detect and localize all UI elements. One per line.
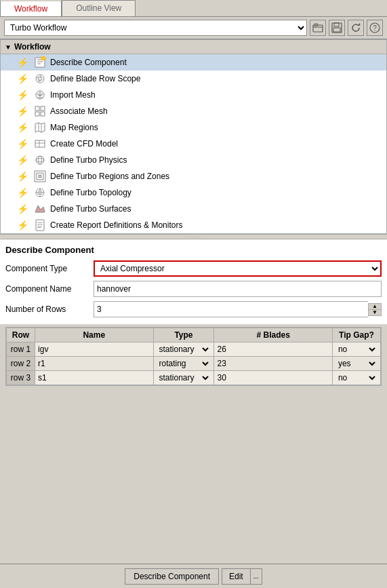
workflow-item-report[interactable]: ⚡ Create Report Definitions & Monitors	[1, 217, 386, 233]
row2-blades-input[interactable]	[217, 359, 329, 368]
row1-name-input[interactable]	[38, 345, 150, 354]
workflow-item-label-topology: Define Turbo Topology	[50, 188, 131, 197]
svg-marker-21	[35, 123, 45, 132]
main-content: ▼ Workflow ⚡ Describe Component ⚡	[0, 39, 387, 560]
workflow-item-topology[interactable]: ⚡ Define Turbo Topology	[1, 184, 386, 201]
row3-tipgap-cell: no yes	[332, 371, 380, 385]
refresh-icon	[350, 22, 361, 33]
table-row: row 2 stationary rotating	[7, 357, 381, 371]
row3-tipgap-select[interactable]: no yes	[335, 372, 378, 383]
row2-tipgap-cell: no yes	[332, 357, 380, 371]
row1-type-select[interactable]: stationary rotating	[157, 344, 211, 355]
blade-icon	[34, 73, 46, 85]
svg-point-11	[41, 56, 45, 60]
refresh-button[interactable]	[348, 20, 364, 36]
workflow-dropdown[interactable]: Turbo Workflow	[4, 20, 307, 36]
associate-icon	[34, 105, 46, 117]
component-type-select[interactable]: Axial Compressor Axial Turbine Centrifug…	[94, 260, 382, 277]
workflow-item-label-associate: Associate Mesh	[50, 106, 108, 116]
row3-blades-input[interactable]	[217, 373, 329, 383]
workflow-item-label-surfaces: Define Turbo Surfaces	[50, 204, 131, 214]
workflow-item-blade[interactable]: ⚡ Define Blade Row Scope	[1, 71, 386, 87]
svg-point-27	[36, 156, 44, 164]
edit-button-group: Edit ...	[222, 568, 262, 585]
row3-name-input[interactable]	[38, 373, 150, 383]
lightning-icon-describe: ⚡	[17, 57, 28, 68]
rows-table-container: Row Name Type # Blades Tip Gap? row 1	[5, 327, 382, 386]
workflow-item-import[interactable]: ⚡ Import Mesh	[1, 87, 386, 103]
map-icon	[34, 121, 46, 134]
workflow-item-describe[interactable]: ⚡ Describe Component	[1, 54, 386, 71]
tab-outline[interactable]: Outline View	[62, 0, 136, 16]
svg-rect-24	[35, 140, 45, 147]
col-header-tipgap: Tip Gap?	[332, 328, 380, 342]
save-icon	[331, 22, 342, 33]
row2-tipgap-select[interactable]: no yes	[335, 358, 378, 369]
lightning-icon-map: ⚡	[17, 122, 28, 133]
workflow-item-surfaces[interactable]: ⚡ Define Turbo Surfaces	[1, 201, 386, 217]
svg-rect-18	[41, 106, 45, 111]
svg-rect-19	[35, 112, 39, 116]
col-header-blades: # Blades	[214, 328, 332, 342]
workflow-item-label-map: Map Regions	[50, 123, 98, 132]
table-row: row 3 stationary rotating	[7, 371, 381, 385]
component-name-control	[94, 281, 382, 297]
edit-dropdown-button[interactable]: ...	[250, 568, 262, 585]
workflow-item-physics[interactable]: ⚡ Define Turbo Physics	[1, 152, 386, 168]
workflow-item-associate[interactable]: ⚡ Associate Mesh	[1, 103, 386, 119]
bottom-toolbar: Describe Component Edit ...	[0, 564, 387, 588]
row1-blades-input[interactable]	[217, 345, 329, 354]
tab-workflow[interactable]: Workflow	[0, 0, 62, 16]
row3-type-select[interactable]: stationary rotating	[157, 372, 211, 383]
row2-type-select[interactable]: stationary rotating	[157, 358, 211, 369]
workflow-item-label-physics: Define Turbo Physics	[50, 155, 127, 165]
workflow-header: ▼ Workflow	[1, 40, 386, 54]
edit-button[interactable]: Edit	[222, 568, 250, 585]
row2-name-input[interactable]	[38, 359, 150, 368]
describe-component-button[interactable]: Describe Component	[125, 568, 219, 585]
spinner-down-button[interactable]: ▼	[369, 310, 381, 315]
workflow-item-regions[interactable]: ⚡ Define Turbo Regions and Zones	[1, 168, 386, 184]
number-rows-label: Number of Rows	[5, 305, 94, 314]
component-name-input[interactable]	[94, 281, 382, 297]
splitter[interactable]: · · · · ·	[0, 234, 387, 239]
row1-name-cell	[35, 342, 153, 357]
workflow-item-label-import: Import Mesh	[50, 90, 96, 100]
physics-icon	[34, 154, 46, 166]
topology-icon	[34, 187, 46, 199]
row1-tipgap-select[interactable]: no yes	[335, 344, 378, 355]
toolbar: Turbo Workflow ?	[0, 17, 387, 39]
save-button[interactable]	[329, 20, 345, 36]
help-button[interactable]: ?	[367, 20, 383, 36]
row-label-3: row 3	[7, 371, 35, 385]
lightning-icon-regions: ⚡	[17, 171, 28, 182]
help-icon: ?	[369, 22, 380, 33]
workflow-item-cfd[interactable]: ⚡ Create CFD Model	[1, 136, 386, 152]
row1-blades-cell	[214, 342, 332, 357]
number-rows-input[interactable]	[94, 301, 368, 317]
cfd-icon	[34, 138, 46, 150]
lightning-icon-surfaces: ⚡	[17, 203, 28, 214]
svg-rect-32	[39, 175, 41, 178]
table-header-row: Row Name Type # Blades Tip Gap?	[7, 328, 381, 342]
component-name-label: Component Name	[5, 284, 94, 294]
table-row: row 1 stationary rotating	[7, 342, 381, 357]
spinner-buttons: ▲ ▼	[368, 303, 382, 316]
component-type-row: Component Type Axial Compressor Axial Tu…	[5, 260, 382, 277]
open-button[interactable]	[310, 20, 326, 36]
row1-type-cell: stationary rotating	[153, 342, 214, 357]
workflow-item-map[interactable]: ⚡ Map Regions	[1, 119, 386, 136]
open-icon	[312, 22, 323, 33]
chevron-down-icon: ...	[253, 572, 259, 580]
report-icon	[34, 219, 46, 231]
describe-title: Describe Component	[5, 245, 382, 255]
svg-rect-3	[334, 23, 339, 26]
row3-type-cell: stationary rotating	[153, 371, 214, 385]
rows-table: Row Name Type # Blades Tip Gap? row 1	[6, 328, 381, 385]
workflow-collapse-icon[interactable]: ▼	[5, 43, 12, 51]
col-header-name: Name	[35, 328, 153, 342]
svg-rect-4	[333, 28, 340, 32]
lightning-icon-physics: ⚡	[17, 155, 28, 165]
workflow-item-label-cfd: Create CFD Model	[50, 139, 118, 149]
workflow-item-label-blade: Define Blade Row Scope	[50, 74, 140, 83]
